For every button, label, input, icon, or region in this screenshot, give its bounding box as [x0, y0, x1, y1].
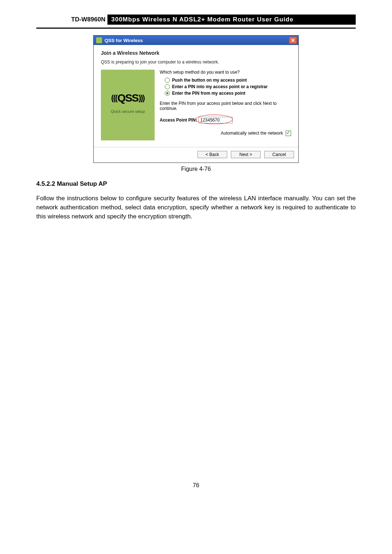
header-model: TD-W8960N — [69, 15, 107, 25]
dialog-titlebar: QSS for Wireless ✕ — [94, 36, 298, 45]
pin-instruction: Enter the PIN from your access point bel… — [160, 101, 291, 111]
radio-enter-pin-registrar[interactable]: Enter a PIN into my access point or a re… — [165, 84, 291, 89]
separator — [94, 147, 298, 147]
wave-right-icon: ))) — [139, 93, 144, 103]
dialog-subtext: QSS is preparing to join your computer t… — [101, 59, 291, 65]
wave-left-icon: ((( — [111, 93, 117, 103]
dialog-heading: Join a Wireless Network — [101, 50, 291, 56]
pin-label: Access Point PIN: — [160, 118, 197, 123]
qss-dialog: QSS for Wireless ✕ Join a Wireless Netwo… — [93, 35, 299, 163]
qss-side-panel: ((( QSS ))) Quick secure setup — [101, 70, 155, 140]
radio-icon — [165, 84, 170, 89]
close-icon[interactable]: ✕ — [289, 37, 297, 44]
header-title: 300Mbps Wireless N ADSL2+ Modem Router U… — [107, 15, 356, 25]
cancel-button[interactable]: Cancel — [264, 151, 294, 158]
qss-logo: ((( QSS ))) — [111, 92, 144, 104]
page-header: TD-W8960N 300Mbps Wireless N ADSL2+ Mode… — [36, 15, 356, 29]
radio-icon — [165, 91, 170, 96]
pin-input[interactable] — [199, 117, 233, 123]
app-icon — [96, 37, 102, 44]
qss-caption: Quick secure setup — [111, 109, 145, 114]
radio-push-button[interactable]: Push the button on my access point — [165, 78, 291, 83]
radio-icon — [165, 78, 170, 83]
setup-question: Which setup method do you want to use? — [160, 70, 291, 75]
dialog-title: QSS for Wireless — [105, 38, 143, 43]
section-paragraph: Follow the instructions below to configu… — [36, 194, 356, 221]
back-button[interactable]: < Back — [197, 151, 227, 158]
auto-select-checkbox[interactable] — [286, 131, 291, 136]
page-number: 76 — [36, 482, 356, 489]
next-button[interactable]: Next > — [231, 151, 261, 158]
section-heading: 4.5.2.2 Manual Setup AP — [36, 180, 356, 188]
radio-enter-pin-from-ap[interactable]: Enter the PIN from my access point — [165, 91, 291, 96]
auto-select-label: Automatically select the network — [221, 131, 283, 136]
figure-caption: Figure 4-76 — [36, 166, 356, 172]
